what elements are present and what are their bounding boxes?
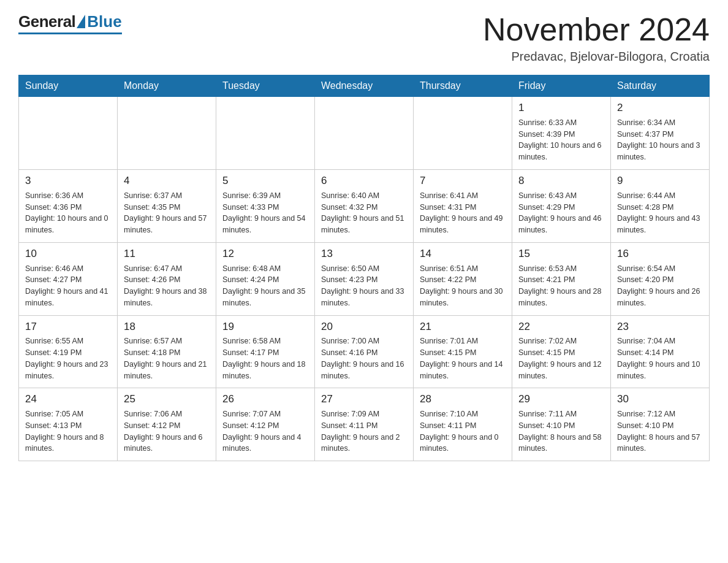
day-number: 2 bbox=[617, 101, 703, 115]
day-cell: 23Sunrise: 7:04 AM Sunset: 4:14 PM Dayli… bbox=[611, 315, 710, 388]
day-cell: 6Sunrise: 6:40 AM Sunset: 4:32 PM Daylig… bbox=[315, 169, 414, 242]
day-number: 10 bbox=[25, 247, 111, 261]
page-header: General Blue November 2024 Predavac, Bje… bbox=[18, 12, 710, 64]
day-info: Sunrise: 6:40 AM Sunset: 4:32 PM Dayligh… bbox=[321, 190, 407, 236]
day-number: 7 bbox=[420, 174, 506, 188]
day-cell: 30Sunrise: 7:12 AM Sunset: 4:10 PM Dayli… bbox=[611, 388, 710, 461]
day-info: Sunrise: 6:53 AM Sunset: 4:21 PM Dayligh… bbox=[518, 263, 604, 309]
day-number: 14 bbox=[420, 247, 506, 261]
col-monday: Monday bbox=[118, 75, 216, 97]
day-info: Sunrise: 6:54 AM Sunset: 4:20 PM Dayligh… bbox=[617, 263, 703, 309]
day-info: Sunrise: 7:12 AM Sunset: 4:10 PM Dayligh… bbox=[617, 408, 703, 454]
day-info: Sunrise: 6:48 AM Sunset: 4:24 PM Dayligh… bbox=[222, 263, 308, 309]
day-number: 22 bbox=[518, 320, 604, 334]
day-number: 23 bbox=[617, 320, 703, 334]
week-row-5: 24Sunrise: 7:05 AM Sunset: 4:13 PM Dayli… bbox=[19, 388, 710, 461]
day-number: 13 bbox=[321, 247, 407, 261]
day-number: 28 bbox=[420, 392, 506, 407]
day-info: Sunrise: 7:05 AM Sunset: 4:13 PM Dayligh… bbox=[25, 408, 111, 454]
logo-general-text: General bbox=[18, 12, 75, 31]
col-thursday: Thursday bbox=[414, 75, 512, 97]
day-info: Sunrise: 6:50 AM Sunset: 4:23 PM Dayligh… bbox=[321, 263, 407, 309]
day-cell: 14Sunrise: 6:51 AM Sunset: 4:22 PM Dayli… bbox=[414, 242, 512, 315]
day-info: Sunrise: 7:00 AM Sunset: 4:16 PM Dayligh… bbox=[321, 335, 407, 381]
day-number: 29 bbox=[518, 392, 604, 407]
day-number: 17 bbox=[25, 320, 111, 334]
day-cell: 29Sunrise: 7:11 AM Sunset: 4:10 PM Dayli… bbox=[512, 388, 611, 461]
day-cell bbox=[118, 97, 216, 170]
location-subtitle: Predavac, Bjelovar-Bilogora, Croatia bbox=[483, 50, 710, 64]
day-info: Sunrise: 7:06 AM Sunset: 4:12 PM Dayligh… bbox=[124, 408, 210, 454]
day-number: 18 bbox=[124, 320, 210, 334]
day-number: 12 bbox=[222, 247, 308, 261]
day-info: Sunrise: 6:51 AM Sunset: 4:22 PM Dayligh… bbox=[420, 263, 506, 309]
month-title: November 2024 bbox=[483, 12, 710, 47]
day-info: Sunrise: 7:04 AM Sunset: 4:14 PM Dayligh… bbox=[617, 335, 703, 381]
col-sunday: Sunday bbox=[19, 75, 118, 97]
day-cell: 15Sunrise: 6:53 AM Sunset: 4:21 PM Dayli… bbox=[512, 242, 611, 315]
week-row-3: 10Sunrise: 6:46 AM Sunset: 4:27 PM Dayli… bbox=[19, 242, 710, 315]
day-number: 4 bbox=[124, 174, 210, 188]
day-cell: 27Sunrise: 7:09 AM Sunset: 4:11 PM Dayli… bbox=[315, 388, 414, 461]
day-info: Sunrise: 7:02 AM Sunset: 4:15 PM Dayligh… bbox=[518, 335, 604, 381]
col-tuesday: Tuesday bbox=[216, 75, 315, 97]
day-info: Sunrise: 7:10 AM Sunset: 4:11 PM Dayligh… bbox=[420, 408, 506, 454]
day-info: Sunrise: 6:57 AM Sunset: 4:18 PM Dayligh… bbox=[124, 335, 210, 381]
day-cell: 18Sunrise: 6:57 AM Sunset: 4:18 PM Dayli… bbox=[118, 315, 216, 388]
day-cell: 25Sunrise: 7:06 AM Sunset: 4:12 PM Dayli… bbox=[118, 388, 216, 461]
logo: General Blue bbox=[18, 12, 122, 34]
day-number: 1 bbox=[518, 101, 604, 115]
day-cell: 5Sunrise: 6:39 AM Sunset: 4:33 PM Daylig… bbox=[216, 169, 315, 242]
day-cell: 24Sunrise: 7:05 AM Sunset: 4:13 PM Dayli… bbox=[19, 388, 118, 461]
day-number: 15 bbox=[518, 247, 604, 261]
day-number: 8 bbox=[518, 174, 604, 188]
day-number: 11 bbox=[124, 247, 210, 261]
day-cell: 10Sunrise: 6:46 AM Sunset: 4:27 PM Dayli… bbox=[19, 242, 118, 315]
day-number: 26 bbox=[222, 392, 308, 407]
day-info: Sunrise: 6:47 AM Sunset: 4:26 PM Dayligh… bbox=[124, 263, 210, 309]
day-info: Sunrise: 6:43 AM Sunset: 4:29 PM Dayligh… bbox=[518, 190, 604, 236]
day-number: 6 bbox=[321, 174, 407, 188]
logo-underline bbox=[18, 33, 122, 34]
day-info: Sunrise: 6:36 AM Sunset: 4:36 PM Dayligh… bbox=[25, 190, 111, 236]
day-info: Sunrise: 6:58 AM Sunset: 4:17 PM Dayligh… bbox=[222, 335, 308, 381]
day-cell: 1Sunrise: 6:33 AM Sunset: 4:39 PM Daylig… bbox=[512, 97, 611, 170]
day-cell: 20Sunrise: 7:00 AM Sunset: 4:16 PM Dayli… bbox=[315, 315, 414, 388]
day-cell bbox=[19, 97, 118, 170]
day-cell: 3Sunrise: 6:36 AM Sunset: 4:36 PM Daylig… bbox=[19, 169, 118, 242]
calendar-table: Sunday Monday Tuesday Wednesday Thursday… bbox=[18, 75, 710, 461]
day-number: 20 bbox=[321, 320, 407, 334]
col-wednesday: Wednesday bbox=[315, 75, 414, 97]
day-cell: 19Sunrise: 6:58 AM Sunset: 4:17 PM Dayli… bbox=[216, 315, 315, 388]
day-info: Sunrise: 7:07 AM Sunset: 4:12 PM Dayligh… bbox=[222, 408, 308, 454]
day-info: Sunrise: 7:11 AM Sunset: 4:10 PM Dayligh… bbox=[518, 408, 604, 454]
day-number: 21 bbox=[420, 320, 506, 334]
day-cell: 16Sunrise: 6:54 AM Sunset: 4:20 PM Dayli… bbox=[611, 242, 710, 315]
calendar-header-row: Sunday Monday Tuesday Wednesday Thursday… bbox=[19, 75, 710, 97]
day-cell bbox=[414, 97, 512, 170]
day-number: 16 bbox=[617, 247, 703, 261]
day-cell: 28Sunrise: 7:10 AM Sunset: 4:11 PM Dayli… bbox=[414, 388, 512, 461]
day-info: Sunrise: 6:39 AM Sunset: 4:33 PM Dayligh… bbox=[222, 190, 308, 236]
day-cell: 8Sunrise: 6:43 AM Sunset: 4:29 PM Daylig… bbox=[512, 169, 611, 242]
title-area: November 2024 Predavac, Bjelovar-Bilogor… bbox=[483, 12, 710, 64]
day-number: 25 bbox=[124, 392, 210, 407]
day-info: Sunrise: 6:55 AM Sunset: 4:19 PM Dayligh… bbox=[25, 335, 111, 381]
day-number: 19 bbox=[222, 320, 308, 334]
day-info: Sunrise: 6:41 AM Sunset: 4:31 PM Dayligh… bbox=[420, 190, 506, 236]
day-cell: 7Sunrise: 6:41 AM Sunset: 4:31 PM Daylig… bbox=[414, 169, 512, 242]
logo-blue-text: Blue bbox=[87, 12, 121, 31]
day-info: Sunrise: 6:37 AM Sunset: 4:35 PM Dayligh… bbox=[124, 190, 210, 236]
logo-triangle-icon bbox=[77, 15, 85, 28]
day-cell bbox=[315, 97, 414, 170]
col-saturday: Saturday bbox=[611, 75, 710, 97]
day-cell: 9Sunrise: 6:44 AM Sunset: 4:28 PM Daylig… bbox=[611, 169, 710, 242]
day-cell: 26Sunrise: 7:07 AM Sunset: 4:12 PM Dayli… bbox=[216, 388, 315, 461]
day-cell: 11Sunrise: 6:47 AM Sunset: 4:26 PM Dayli… bbox=[118, 242, 216, 315]
day-info: Sunrise: 7:09 AM Sunset: 4:11 PM Dayligh… bbox=[321, 408, 407, 454]
day-cell bbox=[216, 97, 315, 170]
week-row-4: 17Sunrise: 6:55 AM Sunset: 4:19 PM Dayli… bbox=[19, 315, 710, 388]
day-cell: 22Sunrise: 7:02 AM Sunset: 4:15 PM Dayli… bbox=[512, 315, 611, 388]
day-number: 9 bbox=[617, 174, 703, 188]
day-number: 3 bbox=[25, 174, 111, 188]
